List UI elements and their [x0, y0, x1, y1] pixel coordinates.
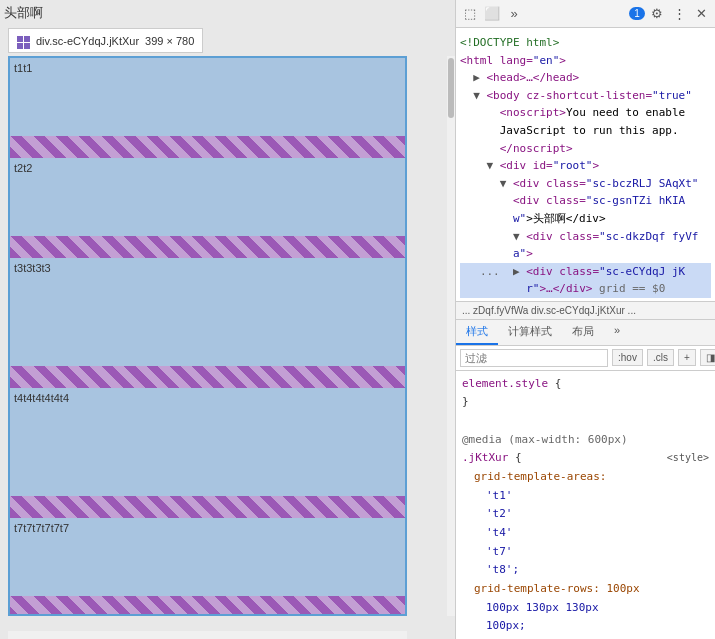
settings-icon[interactable]: ⚙ — [647, 4, 667, 24]
cell-t7: t7t7t7t7t7t7 — [10, 518, 405, 616]
page-header-label: 头部啊 — [4, 4, 43, 22]
cell-t4-label: t4t4t4t4t4t4 — [14, 392, 69, 404]
devtools-panel: ⬚ ⬜ » 1 ⚙ ⋮ ✕ <!DOCTYPE html> <html lang… — [455, 0, 715, 639]
tab-more[interactable]: » — [604, 320, 630, 345]
stripe-bar-t7 — [10, 596, 405, 616]
style-val-t8: 't8'; — [462, 561, 709, 580]
tab-computed[interactable]: 计算样式 — [498, 320, 562, 345]
style-val-t2: 't2' — [462, 505, 709, 524]
issues-badge: 1 — [629, 7, 645, 20]
tree-line: <div class="sc-gsnTZi hKIA — [460, 192, 711, 210]
cell-t1: t1t1 — [10, 58, 405, 158]
element-tag-bar: div.sc-eCYdqJ.jKtXur 399 × 780 — [8, 28, 203, 53]
tree-line-highlighted[interactable]: ... ▶ <div class="sc-eCYdqJ jK — [460, 263, 711, 281]
tree-line: ▼ <body cz-shortcut-listen="true" — [460, 87, 711, 105]
cell-t3-label: t3t3t3t3 — [14, 262, 51, 274]
tree-line: <!DOCTYPE html> — [460, 34, 711, 52]
tree-line: ▶ <head>…</head> — [460, 69, 711, 87]
cls-button[interactable]: .cls — [647, 349, 674, 366]
vertical-scrollbar[interactable] — [447, 56, 455, 616]
style-val-rows2: 100px; — [462, 617, 709, 636]
close-icon[interactable]: ✕ — [691, 4, 711, 24]
style-val-t7: 't7' — [462, 543, 709, 562]
stripe-bar-t4 — [10, 496, 405, 518]
tab-layout[interactable]: 布局 — [562, 320, 604, 345]
tree-line: ▼ <div id="root"> — [460, 157, 711, 175]
styles-filter-bar: :hov .cls + ◨ — [456, 346, 715, 371]
stripe-bar-t2 — [10, 236, 405, 258]
more-options-icon[interactable]: ⋮ — [669, 4, 689, 24]
style-val-t4: 't4' — [462, 524, 709, 543]
scrollbar-thumb[interactable] — [448, 58, 454, 118]
tree-line: JavaScript to run this app. — [460, 122, 711, 140]
cell-t3: t3t3t3t3 — [10, 258, 405, 388]
element-tag-size: 399 × 780 — [145, 35, 194, 47]
grid-icon — [17, 32, 30, 49]
tree-line-highlighted-cont: r">…</div> grid == $0 — [460, 280, 711, 298]
filter-input[interactable] — [460, 349, 608, 367]
cell-t2-label: t2t2 — [14, 162, 32, 174]
styles-content: element.style { } @media (max-width: 600… — [456, 371, 715, 640]
style-val-rows1: 100px 130px 130px — [462, 599, 709, 618]
html-tree: <!DOCTYPE html> <html lang="en"> ▶ <head… — [456, 28, 715, 301]
devtools-toolbar: ⬚ ⬜ » 1 ⚙ ⋮ ✕ — [456, 0, 715, 28]
add-style-button[interactable]: + — [678, 349, 696, 366]
stripe-bar-t1 — [10, 136, 405, 158]
more-tabs-icon[interactable]: » — [504, 4, 524, 24]
horizontal-scrollbar[interactable] — [8, 631, 407, 639]
media-query: @media (max-width: 600px) — [462, 431, 709, 450]
style-val-t1: 't1' — [462, 487, 709, 506]
tree-line: a"> — [460, 245, 711, 263]
cell-t1-label: t1t1 — [14, 62, 32, 74]
tree-line: ▼ <div class="sc-bczRLJ SAqXt" — [460, 175, 711, 193]
style-rule-selector: .jKtXur { <style> — [462, 449, 709, 468]
grid-area: t1t1 t2t2 t3t3t3t3 t4t4t4t4t4t4 t7t7t7t7… — [10, 58, 405, 614]
tree-line: <noscript>You need to enable — [460, 104, 711, 122]
left-panel: 头部啊 div.sc-eCYdqJ.jKtXur 399 × 780 t1t1 … — [0, 0, 455, 639]
element-tag-name: div.sc-eCYdqJ.jKtXur — [36, 35, 139, 47]
tree-line: </noscript> — [460, 140, 711, 158]
cell-t2: t2t2 — [10, 158, 405, 258]
stripe-bar-t3 — [10, 366, 405, 388]
hov-button[interactable]: :hov — [612, 349, 643, 366]
styles-tabs: 样式 计算样式 布局 » — [456, 320, 715, 346]
tab-styles[interactable]: 样式 — [456, 320, 498, 345]
style-prop-areas: grid-template-areas: — [462, 468, 709, 487]
style-rule-close: } — [462, 393, 709, 412]
breadcrumb: ... zDqf.fyVfWa div.sc-eCYdqJ.jKtXur ... — [456, 301, 715, 320]
tree-line: ▼ <div class="sc-dkzDqf fyVf — [460, 228, 711, 246]
style-rule-element: element.style { — [462, 375, 709, 394]
style-prop-rows: grid-template-rows: 100px — [462, 580, 709, 599]
tree-line: <html lang="en"> — [460, 52, 711, 70]
cell-t4: t4t4t4t4t4t4 — [10, 388, 405, 518]
device-icon[interactable]: ⬜ — [482, 4, 502, 24]
cell-t7-label: t7t7t7t7t7t7 — [14, 522, 69, 534]
tree-line: w">头部啊</div> — [460, 210, 711, 228]
computed-toggle-button[interactable]: ◨ — [700, 349, 715, 366]
inspect-icon[interactable]: ⬚ — [460, 4, 480, 24]
main-content-box: t1t1 t2t2 t3t3t3t3 t4t4t4t4t4t4 t7t7t7t7… — [8, 56, 407, 616]
